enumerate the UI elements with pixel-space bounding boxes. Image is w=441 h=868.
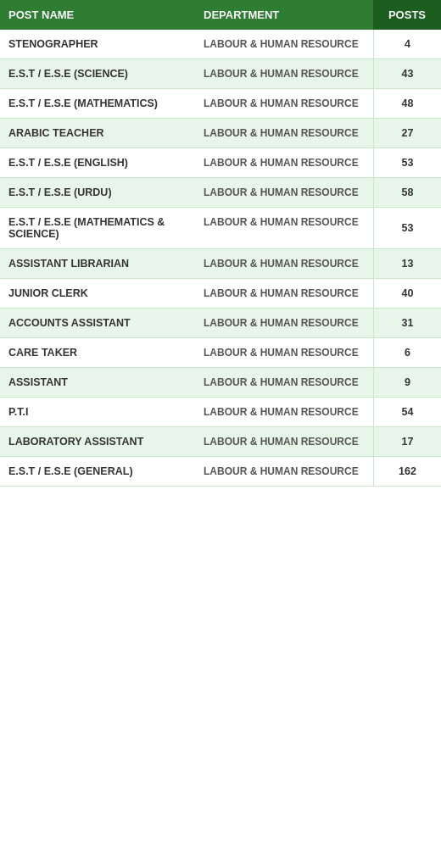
table-row: LABORATORY ASSISTANTLABOUR & HUMAN RESOU…	[0, 427, 441, 457]
posts-count-cell: 54	[373, 398, 441, 426]
table-row: E.S.T / E.S.E (ENGLISH)LABOUR & HUMAN RE…	[0, 148, 441, 178]
posts-count-cell: 27	[373, 119, 441, 147]
department-cell: LABOUR & HUMAN RESOURCE	[195, 338, 373, 367]
post-name-cell: ARABIC TEACHER	[0, 119, 195, 147]
table-row: E.S.T / E.S.E (SCIENCE)LABOUR & HUMAN RE…	[0, 59, 441, 89]
posts-count-cell: 13	[373, 249, 441, 278]
post-name-cell: CARE TAKER	[0, 338, 195, 367]
post-name-cell: ACCOUNTS ASSISTANT	[0, 309, 195, 337]
post-name-cell: ASSISTANT	[0, 368, 195, 397]
posts-count-cell: 6	[373, 338, 441, 367]
table-row: ARABIC TEACHERLABOUR & HUMAN RESOURCE27	[0, 119, 441, 148]
post-name-cell: LABORATORY ASSISTANT	[0, 427, 195, 456]
posts-count-cell: 9	[373, 368, 441, 397]
post-name-cell: E.S.T / E.S.E (GENERAL)	[0, 457, 195, 486]
post-name-cell: JUNIOR CLERK	[0, 279, 195, 308]
table-header: POST NAME DEPARTMENT POSTS	[0, 0, 441, 30]
department-cell: LABOUR & HUMAN RESOURCE	[195, 178, 373, 207]
department-cell: LABOUR & HUMAN RESOURCE	[195, 427, 373, 456]
department-cell: LABOUR & HUMAN RESOURCE	[195, 59, 373, 88]
posts-count-cell: 31	[373, 309, 441, 337]
post-name-cell: E.S.T / E.S.E (SCIENCE)	[0, 59, 195, 88]
table-row: P.T.ILABOUR & HUMAN RESOURCE54	[0, 398, 441, 427]
department-cell: LABOUR & HUMAN RESOURCE	[195, 30, 373, 58]
posts-count-cell: 53	[373, 208, 441, 248]
table-row: ASSISTANTLABOUR & HUMAN RESOURCE9	[0, 368, 441, 398]
department-cell: LABOUR & HUMAN RESOURCE	[195, 249, 373, 278]
header-department: DEPARTMENT	[195, 0, 373, 30]
post-name-cell: ASSISTANT LIBRARIAN	[0, 249, 195, 278]
table-row: JUNIOR CLERKLABOUR & HUMAN RESOURCE40	[0, 279, 441, 309]
table-row: STENOGRAPHERLABOUR & HUMAN RESOURCE4	[0, 30, 441, 59]
header-posts: POSTS	[373, 0, 441, 30]
post-name-cell: E.S.T / E.S.E (MATHEMATICS & SCIENCE)	[0, 208, 195, 248]
table-row: E.S.T / E.S.E (MATHEMATICS & SCIENCE)LAB…	[0, 208, 441, 249]
department-cell: LABOUR & HUMAN RESOURCE	[195, 398, 373, 426]
post-name-cell: E.S.T / E.S.E (URDU)	[0, 178, 195, 207]
post-name-cell: P.T.I	[0, 398, 195, 426]
department-cell: LABOUR & HUMAN RESOURCE	[195, 208, 373, 248]
posts-count-cell: 53	[373, 148, 441, 177]
posts-count-cell: 48	[373, 89, 441, 118]
posts-count-cell: 162	[373, 457, 441, 486]
posts-count-cell: 4	[373, 30, 441, 58]
posts-count-cell: 58	[373, 178, 441, 207]
post-name-cell: E.S.T / E.S.E (ENGLISH)	[0, 148, 195, 177]
table-row: E.S.T / E.S.E (URDU)LABOUR & HUMAN RESOU…	[0, 178, 441, 208]
table-row: E.S.T / E.S.E (GENERAL)LABOUR & HUMAN RE…	[0, 457, 441, 487]
jobs-table: POST NAME DEPARTMENT POSTS STENOGRAPHERL…	[0, 0, 441, 487]
department-cell: LABOUR & HUMAN RESOURCE	[195, 457, 373, 486]
post-name-cell: E.S.T / E.S.E (MATHEMATICS)	[0, 89, 195, 118]
department-cell: LABOUR & HUMAN RESOURCE	[195, 279, 373, 308]
table-row: ASSISTANT LIBRARIANLABOUR & HUMAN RESOUR…	[0, 249, 441, 279]
header-post-name: POST NAME	[0, 0, 195, 30]
posts-count-cell: 40	[373, 279, 441, 308]
department-cell: LABOUR & HUMAN RESOURCE	[195, 89, 373, 118]
posts-count-cell: 17	[373, 427, 441, 456]
department-cell: LABOUR & HUMAN RESOURCE	[195, 368, 373, 397]
table-row: CARE TAKERLABOUR & HUMAN RESOURCE6	[0, 338, 441, 368]
table-row: E.S.T / E.S.E (MATHEMATICS)LABOUR & HUMA…	[0, 89, 441, 119]
department-cell: LABOUR & HUMAN RESOURCE	[195, 119, 373, 147]
posts-count-cell: 43	[373, 59, 441, 88]
post-name-cell: STENOGRAPHER	[0, 30, 195, 58]
table-row: ACCOUNTS ASSISTANTLABOUR & HUMAN RESOURC…	[0, 309, 441, 338]
department-cell: LABOUR & HUMAN RESOURCE	[195, 148, 373, 177]
table-body: STENOGRAPHERLABOUR & HUMAN RESOURCE4E.S.…	[0, 30, 441, 487]
department-cell: LABOUR & HUMAN RESOURCE	[195, 309, 373, 337]
